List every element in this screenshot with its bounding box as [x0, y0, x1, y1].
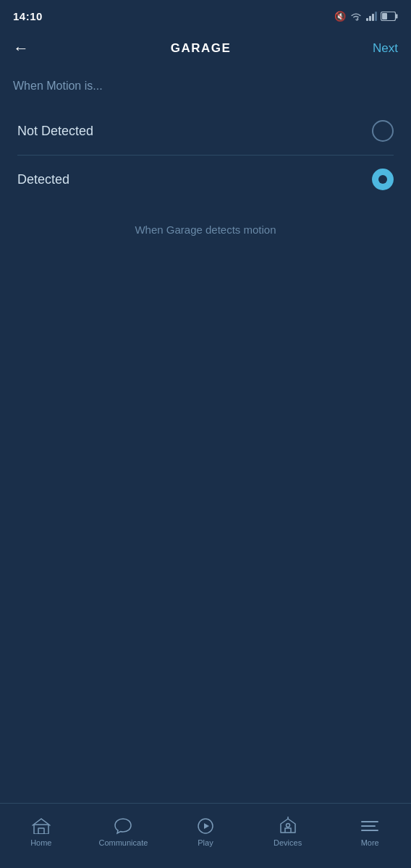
status-time: 14:10	[13, 10, 43, 22]
section-label: When Motion is...	[13, 80, 398, 93]
svg-rect-4	[38, 828, 44, 834]
nav-item-devices[interactable]: Devices	[263, 817, 313, 847]
status-bar: 14:10 🔇	[0, 0, 411, 29]
mute-icon: 🔇	[334, 11, 346, 22]
nav-label-home: Home	[30, 838, 51, 847]
radio-not-detected[interactable]	[372, 120, 394, 142]
more-icon	[360, 817, 380, 835]
page-title: GARAGE	[171, 41, 232, 56]
devices-icon	[278, 817, 298, 835]
play-icon	[195, 817, 216, 835]
communicate-icon	[113, 817, 133, 835]
status-icons: 🔇	[334, 11, 398, 22]
option-not-detected-label: Not Detected	[17, 124, 93, 139]
motion-description: When Garage detects motion	[13, 224, 398, 236]
radio-detected[interactable]	[372, 169, 394, 190]
svg-point-6	[286, 824, 289, 827]
home-icon	[31, 817, 51, 835]
header: ← GARAGE Next	[0, 29, 411, 69]
nav-label-devices: Devices	[274, 838, 302, 847]
main-content: When Motion is... Not Detected Detected …	[0, 69, 411, 236]
svg-rect-1	[396, 14, 398, 18]
radio-selected-inner	[378, 175, 387, 184]
svg-rect-2	[382, 13, 387, 20]
battery-icon	[381, 12, 398, 21]
nav-label-communicate: Communicate	[98, 838, 148, 847]
nav-label-play: Play	[198, 838, 213, 847]
nav-item-home[interactable]: Home	[16, 817, 67, 847]
option-detected-label: Detected	[17, 172, 69, 187]
back-button[interactable]: ←	[13, 41, 29, 56]
wifi-icon	[349, 12, 363, 21]
nav-label-more: More	[361, 838, 379, 847]
next-button[interactable]: Next	[373, 41, 398, 56]
option-detected-row[interactable]: Detected	[13, 156, 398, 203]
bottom-nav: Home Communicate Play D	[0, 803, 411, 868]
nav-item-communicate[interactable]: Communicate	[98, 817, 148, 847]
nav-item-play[interactable]: Play	[180, 817, 231, 847]
option-not-detected-row[interactable]: Not Detected	[13, 107, 398, 155]
signal-icon	[366, 12, 377, 21]
nav-item-more[interactable]: More	[344, 817, 395, 847]
svg-rect-3	[34, 825, 48, 834]
